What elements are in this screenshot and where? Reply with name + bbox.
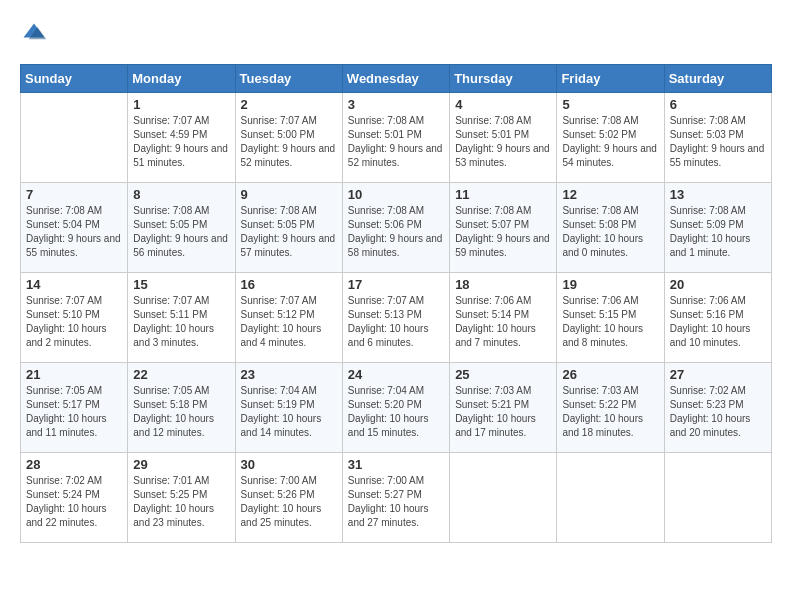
calendar-cell: 27Sunrise: 7:02 AMSunset: 5:23 PMDayligh…	[664, 363, 771, 453]
day-number: 10	[348, 187, 444, 202]
day-info: Sunrise: 7:03 AMSunset: 5:22 PMDaylight:…	[562, 384, 658, 440]
day-info: Sunrise: 7:08 AMSunset: 5:09 PMDaylight:…	[670, 204, 766, 260]
day-number: 17	[348, 277, 444, 292]
day-info: Sunrise: 7:08 AMSunset: 5:04 PMDaylight:…	[26, 204, 122, 260]
calendar-cell: 3Sunrise: 7:08 AMSunset: 5:01 PMDaylight…	[342, 93, 449, 183]
calendar-cell: 14Sunrise: 7:07 AMSunset: 5:10 PMDayligh…	[21, 273, 128, 363]
calendar-cell: 2Sunrise: 7:07 AMSunset: 5:00 PMDaylight…	[235, 93, 342, 183]
calendar-cell: 12Sunrise: 7:08 AMSunset: 5:08 PMDayligh…	[557, 183, 664, 273]
day-number: 14	[26, 277, 122, 292]
day-info: Sunrise: 7:08 AMSunset: 5:01 PMDaylight:…	[455, 114, 551, 170]
day-number: 3	[348, 97, 444, 112]
day-number: 27	[670, 367, 766, 382]
day-number: 8	[133, 187, 229, 202]
day-number: 15	[133, 277, 229, 292]
day-number: 6	[670, 97, 766, 112]
day-number: 11	[455, 187, 551, 202]
day-info: Sunrise: 7:07 AMSunset: 5:13 PMDaylight:…	[348, 294, 444, 350]
calendar-week-2: 7Sunrise: 7:08 AMSunset: 5:04 PMDaylight…	[21, 183, 772, 273]
weekday-header-friday: Friday	[557, 65, 664, 93]
day-number: 31	[348, 457, 444, 472]
calendar-cell: 6Sunrise: 7:08 AMSunset: 5:03 PMDaylight…	[664, 93, 771, 183]
calendar-table: SundayMondayTuesdayWednesdayThursdayFrid…	[20, 64, 772, 543]
day-info: Sunrise: 7:08 AMSunset: 5:01 PMDaylight:…	[348, 114, 444, 170]
day-info: Sunrise: 7:04 AMSunset: 5:20 PMDaylight:…	[348, 384, 444, 440]
calendar-cell: 11Sunrise: 7:08 AMSunset: 5:07 PMDayligh…	[450, 183, 557, 273]
calendar-cell: 25Sunrise: 7:03 AMSunset: 5:21 PMDayligh…	[450, 363, 557, 453]
day-number: 2	[241, 97, 337, 112]
calendar-cell: 22Sunrise: 7:05 AMSunset: 5:18 PMDayligh…	[128, 363, 235, 453]
calendar-week-4: 21Sunrise: 7:05 AMSunset: 5:17 PMDayligh…	[21, 363, 772, 453]
day-number: 28	[26, 457, 122, 472]
day-number: 18	[455, 277, 551, 292]
calendar-cell	[664, 453, 771, 543]
calendar-cell: 1Sunrise: 7:07 AMSunset: 4:59 PMDaylight…	[128, 93, 235, 183]
day-info: Sunrise: 7:08 AMSunset: 5:05 PMDaylight:…	[241, 204, 337, 260]
calendar-cell: 30Sunrise: 7:00 AMSunset: 5:26 PMDayligh…	[235, 453, 342, 543]
weekday-header-saturday: Saturday	[664, 65, 771, 93]
day-info: Sunrise: 7:08 AMSunset: 5:03 PMDaylight:…	[670, 114, 766, 170]
day-number: 20	[670, 277, 766, 292]
day-info: Sunrise: 7:06 AMSunset: 5:14 PMDaylight:…	[455, 294, 551, 350]
day-info: Sunrise: 7:04 AMSunset: 5:19 PMDaylight:…	[241, 384, 337, 440]
day-number: 12	[562, 187, 658, 202]
calendar-cell: 24Sunrise: 7:04 AMSunset: 5:20 PMDayligh…	[342, 363, 449, 453]
day-number: 29	[133, 457, 229, 472]
calendar-cell: 26Sunrise: 7:03 AMSunset: 5:22 PMDayligh…	[557, 363, 664, 453]
day-info: Sunrise: 7:00 AMSunset: 5:27 PMDaylight:…	[348, 474, 444, 530]
day-number: 7	[26, 187, 122, 202]
calendar-cell: 4Sunrise: 7:08 AMSunset: 5:01 PMDaylight…	[450, 93, 557, 183]
weekday-header-monday: Monday	[128, 65, 235, 93]
calendar-cell: 19Sunrise: 7:06 AMSunset: 5:15 PMDayligh…	[557, 273, 664, 363]
day-info: Sunrise: 7:03 AMSunset: 5:21 PMDaylight:…	[455, 384, 551, 440]
day-info: Sunrise: 7:02 AMSunset: 5:24 PMDaylight:…	[26, 474, 122, 530]
calendar-week-3: 14Sunrise: 7:07 AMSunset: 5:10 PMDayligh…	[21, 273, 772, 363]
day-info: Sunrise: 7:05 AMSunset: 5:17 PMDaylight:…	[26, 384, 122, 440]
logo	[20, 20, 52, 48]
calendar-cell: 8Sunrise: 7:08 AMSunset: 5:05 PMDaylight…	[128, 183, 235, 273]
day-number: 9	[241, 187, 337, 202]
day-info: Sunrise: 7:02 AMSunset: 5:23 PMDaylight:…	[670, 384, 766, 440]
weekday-header-row: SundayMondayTuesdayWednesdayThursdayFrid…	[21, 65, 772, 93]
day-number: 23	[241, 367, 337, 382]
calendar-week-5: 28Sunrise: 7:02 AMSunset: 5:24 PMDayligh…	[21, 453, 772, 543]
calendar-cell: 17Sunrise: 7:07 AMSunset: 5:13 PMDayligh…	[342, 273, 449, 363]
day-info: Sunrise: 7:06 AMSunset: 5:15 PMDaylight:…	[562, 294, 658, 350]
weekday-header-wednesday: Wednesday	[342, 65, 449, 93]
day-number: 24	[348, 367, 444, 382]
calendar-cell: 7Sunrise: 7:08 AMSunset: 5:04 PMDaylight…	[21, 183, 128, 273]
day-info: Sunrise: 7:01 AMSunset: 5:25 PMDaylight:…	[133, 474, 229, 530]
calendar-cell: 16Sunrise: 7:07 AMSunset: 5:12 PMDayligh…	[235, 273, 342, 363]
day-number: 30	[241, 457, 337, 472]
calendar-cell	[21, 93, 128, 183]
day-number: 22	[133, 367, 229, 382]
calendar-cell	[557, 453, 664, 543]
day-number: 13	[670, 187, 766, 202]
calendar-cell: 20Sunrise: 7:06 AMSunset: 5:16 PMDayligh…	[664, 273, 771, 363]
day-info: Sunrise: 7:08 AMSunset: 5:06 PMDaylight:…	[348, 204, 444, 260]
day-info: Sunrise: 7:05 AMSunset: 5:18 PMDaylight:…	[133, 384, 229, 440]
calendar-cell: 28Sunrise: 7:02 AMSunset: 5:24 PMDayligh…	[21, 453, 128, 543]
day-number: 5	[562, 97, 658, 112]
day-info: Sunrise: 7:00 AMSunset: 5:26 PMDaylight:…	[241, 474, 337, 530]
day-number: 16	[241, 277, 337, 292]
day-number: 4	[455, 97, 551, 112]
logo-icon	[20, 20, 48, 48]
calendar-cell: 13Sunrise: 7:08 AMSunset: 5:09 PMDayligh…	[664, 183, 771, 273]
day-info: Sunrise: 7:08 AMSunset: 5:02 PMDaylight:…	[562, 114, 658, 170]
day-info: Sunrise: 7:08 AMSunset: 5:08 PMDaylight:…	[562, 204, 658, 260]
day-info: Sunrise: 7:06 AMSunset: 5:16 PMDaylight:…	[670, 294, 766, 350]
day-number: 26	[562, 367, 658, 382]
day-number: 1	[133, 97, 229, 112]
calendar-week-1: 1Sunrise: 7:07 AMSunset: 4:59 PMDaylight…	[21, 93, 772, 183]
day-info: Sunrise: 7:08 AMSunset: 5:05 PMDaylight:…	[133, 204, 229, 260]
day-info: Sunrise: 7:07 AMSunset: 5:12 PMDaylight:…	[241, 294, 337, 350]
day-info: Sunrise: 7:07 AMSunset: 5:10 PMDaylight:…	[26, 294, 122, 350]
page-header	[20, 20, 772, 48]
calendar-cell: 23Sunrise: 7:04 AMSunset: 5:19 PMDayligh…	[235, 363, 342, 453]
calendar-cell: 21Sunrise: 7:05 AMSunset: 5:17 PMDayligh…	[21, 363, 128, 453]
day-number: 21	[26, 367, 122, 382]
calendar-cell: 31Sunrise: 7:00 AMSunset: 5:27 PMDayligh…	[342, 453, 449, 543]
calendar-cell: 18Sunrise: 7:06 AMSunset: 5:14 PMDayligh…	[450, 273, 557, 363]
day-info: Sunrise: 7:08 AMSunset: 5:07 PMDaylight:…	[455, 204, 551, 260]
